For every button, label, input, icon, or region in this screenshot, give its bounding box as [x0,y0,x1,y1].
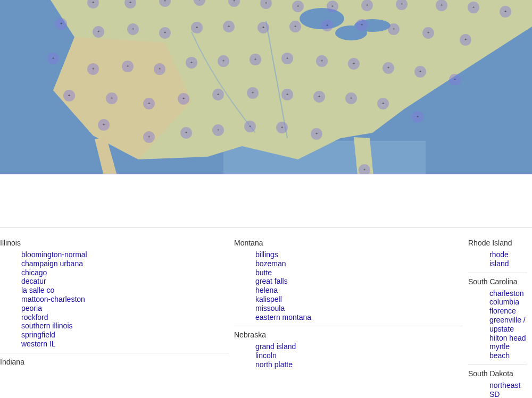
map-marker[interactable]: + [127,23,139,35]
city-link[interactable]: north platte [255,360,293,369]
city-link[interactable]: la salle co [21,286,54,294]
city-link[interactable]: billings [255,250,278,259]
map-marker[interactable]: + [412,111,423,123]
city-link[interactable]: helena [255,286,278,294]
state-name: South Dakota [468,369,527,378]
map-marker[interactable]: + [422,27,434,39]
map-marker[interactable]: + [316,55,328,67]
map-marker[interactable]: + [311,128,322,140]
map-marker[interactable]: + [321,20,333,31]
city-link[interactable]: butte [255,268,272,277]
plus-icon: + [387,66,390,70]
map-marker[interactable]: + [436,0,447,11]
map-marker[interactable]: + [47,53,59,64]
map-marker[interactable]: + [98,119,110,131]
plus-icon: + [393,27,395,31]
map-marker[interactable]: + [356,19,368,31]
city-link[interactable]: missoula [255,304,285,312]
map-marker[interactable]: + [191,22,203,33]
map-marker[interactable]: + [63,90,75,101]
column: Montanabillingsbozemanbuttegreat fallshe… [234,228,468,398]
map-marker[interactable]: + [414,66,426,78]
map-marker[interactable]: + [292,1,304,12]
map-marker[interactable]: + [281,53,293,64]
city-link[interactable]: champaign urbana [21,259,83,268]
map-marker[interactable]: + [223,21,235,32]
plus-icon: + [321,59,323,63]
plus-icon: + [286,56,289,61]
map-marker[interactable]: + [212,89,224,100]
city-link[interactable]: florence [489,307,516,315]
city-link[interactable]: lincoln [255,351,277,360]
map-marker[interactable]: + [122,61,134,72]
map-marker[interactable]: + [143,98,155,109]
map-marker[interactable]: + [377,98,389,109]
map-marker[interactable]: + [327,1,338,12]
city-link[interactable]: southern illinois [21,321,73,330]
map-marker[interactable]: + [289,21,301,32]
state-block: Illinoisbloomington-normalchampaign urba… [0,239,229,349]
plus-icon: + [52,56,55,61]
map-marker[interactable]: + [178,93,189,105]
map-marker[interactable]: + [87,63,99,75]
city-link[interactable]: eastern montana [255,313,311,321]
map-marker[interactable]: + [212,124,224,136]
map-marker[interactable]: + [449,74,461,86]
city-link[interactable]: springfield [21,331,55,339]
city-link[interactable]: great falls [255,277,288,285]
map-marker[interactable]: + [383,62,394,74]
map-marker[interactable]: + [247,87,259,99]
map-marker[interactable]: + [276,122,288,133]
plus-icon: + [127,64,129,69]
plus-icon: + [297,4,300,9]
map-marker[interactable]: + [388,23,400,35]
map-marker[interactable]: + [159,27,171,39]
city-link[interactable]: grand island [255,342,296,351]
map-marker[interactable]: + [143,131,155,143]
city-link[interactable]: peoria [21,304,42,312]
list-item: great falls [255,277,463,286]
city-link[interactable]: hilton head [489,334,526,342]
map-marker[interactable]: + [154,63,165,75]
map-marker[interactable]: + [55,18,67,30]
city-link[interactable]: bozeman [255,259,286,268]
city-link[interactable]: western IL [21,340,56,348]
list-item: charleston [489,289,527,298]
city-link[interactable]: rhode island [489,250,509,268]
city-link[interactable]: columbia [489,298,519,306]
plus-icon: + [92,67,95,71]
city-link[interactable]: chicago [21,268,47,277]
city-link[interactable]: kalispell [255,295,282,303]
us-map[interactable]: ++++++++++++++++++++++++++++++++++++++++… [0,0,532,174]
city-link[interactable]: greenville / upstate [489,316,526,333]
map-marker[interactable]: + [281,89,293,100]
map-marker[interactable]: + [257,22,269,33]
city-link[interactable]: rockford [21,313,48,321]
map-marker[interactable]: + [106,92,118,104]
list-item: la salle co [21,286,229,295]
map-marker[interactable]: + [348,58,360,70]
plus-icon: + [148,101,151,106]
map-marker[interactable]: + [244,121,256,132]
map-marker[interactable]: + [313,91,325,103]
plus-icon: + [318,95,321,99]
map-marker[interactable]: + [468,2,479,13]
city-link[interactable]: mattoon-charleston [21,295,85,303]
map-marker[interactable]: + [361,0,373,11]
map-marker[interactable]: + [218,55,229,67]
city-list: bloomington-normalchampaign urbanachicag… [0,250,229,349]
city-link[interactable]: charleston [489,289,524,298]
city-link[interactable]: bloomington-normal [21,250,87,259]
city-link[interactable]: northeast SD [489,381,520,398]
plus-icon: + [60,22,63,26]
map-marker[interactable]: + [460,34,471,46]
map-marker[interactable]: + [93,26,104,38]
map-marker[interactable]: + [180,127,192,139]
city-link[interactable]: decatur [21,277,46,285]
city-link[interactable]: myrtle beach [489,342,510,360]
map-marker[interactable]: + [250,54,261,65]
map-marker[interactable]: + [500,6,511,18]
map-marker[interactable]: + [345,92,357,104]
map-marker[interactable]: + [359,164,370,174]
map-marker[interactable]: + [186,57,197,69]
